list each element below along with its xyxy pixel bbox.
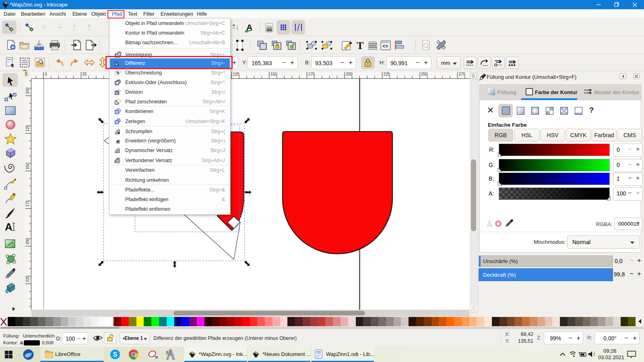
svg-text:<>: <> <box>382 44 388 49</box>
svg-text:25: 25 <box>83 72 87 76</box>
svg-text:275: 275 <box>459 72 466 76</box>
svg-text:225: 225 <box>384 72 390 76</box>
svg-text:200: 200 <box>25 238 30 245</box>
svg-text:150: 150 <box>25 162 30 169</box>
svg-text:125: 125 <box>25 125 30 132</box>
svg-text:175: 175 <box>308 72 315 76</box>
svg-text:250: 250 <box>421 72 428 76</box>
svg-text:200: 200 <box>346 72 353 76</box>
svg-text:175: 175 <box>25 200 30 207</box>
svg-text:225: 225 <box>25 275 30 282</box>
svg-text:0: 0 <box>45 72 47 76</box>
svg-text:150: 150 <box>270 72 277 76</box>
svg-text:S: S <box>113 351 118 358</box>
svg-text:T: T <box>357 40 363 51</box>
svg-text:A: A <box>5 221 12 233</box>
svg-text:125: 125 <box>233 72 240 76</box>
svg-text:100: 100 <box>25 87 30 94</box>
